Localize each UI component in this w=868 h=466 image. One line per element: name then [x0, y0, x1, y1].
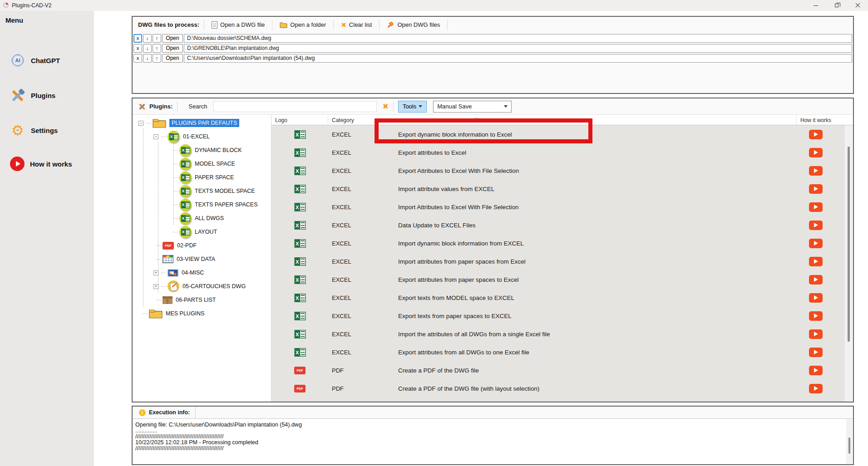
plugin-row-export-texts-from-paper-spaces-to-excel[interactable]: XEXCELExport texts from paper spaces to …: [271, 307, 844, 325]
minimize-button[interactable]: [805, 0, 826, 11]
tree-item-06-parts-list[interactable]: 06-PARTS LIST: [133, 293, 216, 307]
table-scrollbar[interactable]: [844, 125, 853, 402]
collapse-icon[interactable]: −: [138, 121, 143, 126]
open-folder-button[interactable]: Open a folder: [277, 20, 329, 30]
save-mode-dropdown[interactable]: Manual Save: [433, 101, 512, 113]
tree-item-01-excel[interactable]: −X01-EXCEL: [133, 130, 210, 143]
tree-item-03-view-data[interactable]: 03-VIEW DATA: [133, 252, 215, 266]
play-button[interactable]: [809, 184, 823, 194]
play-button[interactable]: [809, 293, 823, 303]
play-button[interactable]: [809, 239, 823, 248]
tree-item-label: TEXTS MODEL SPACE: [195, 188, 255, 194]
plugin-logo: X: [271, 294, 328, 301]
expand-icon[interactable]: +: [153, 270, 158, 275]
move-down-button[interactable]: ↓: [143, 54, 152, 63]
play-button[interactable]: [809, 348, 823, 357]
plugin-row-data-update-to-excel-files[interactable]: XEXCELData Update to EXCEL Files: [271, 216, 844, 234]
tree-item-05-cartouches-dwg[interactable]: +05-CARTOUCHES DWG: [133, 280, 246, 293]
pdf-icon: [294, 385, 306, 392]
tree-item-plugins-par-defauts[interactable]: −PLUGINS PAR DEFAUTS: [133, 116, 239, 130]
plugin-category: EXCEL: [328, 276, 378, 283]
tree-item-mes-plugins[interactable]: MES PLUGINS: [133, 307, 204, 320]
search-input[interactable]: [213, 101, 377, 112]
tools-button[interactable]: Tools: [398, 101, 427, 113]
execution-scrollbar-thumb[interactable]: [848, 437, 850, 454]
tree-item-04-misc[interactable]: +04-MISC: [133, 266, 204, 280]
move-up-button[interactable]: ↑: [153, 34, 161, 43]
move-down-button[interactable]: ↓: [143, 44, 152, 53]
collapse-icon[interactable]: −: [153, 134, 158, 139]
tree-item-texts-model-space[interactable]: XTEXTS MODEL SPACE: [133, 184, 255, 198]
remove-file-button[interactable]: x: [133, 44, 142, 53]
play-button[interactable]: [809, 257, 823, 266]
tree-item-02-pdf[interactable]: 02-PDF: [133, 239, 197, 252]
dwg-file-path: C:\Users\user\Downloads\Plan implantatio…: [184, 54, 852, 63]
restore-button[interactable]: [826, 0, 847, 11]
tree-item-model-space[interactable]: XMODEL SPACE: [133, 157, 235, 171]
play-button[interactable]: [809, 384, 823, 393]
plugin-row-export-attributes-to-excel-with-file-selection[interactable]: XEXCELExport Attributes to Excel With Fi…: [271, 162, 844, 180]
play-button[interactable]: [809, 148, 823, 157]
plugin-category: EXCEL: [328, 186, 378, 192]
plugin-name: Import attribute values from EXCEL: [378, 186, 788, 192]
move-down-button[interactable]: ↓: [143, 34, 152, 43]
plugin-row-import-the-attributes-of-all-dwgs-from-a-single-excel-file[interactable]: XEXCELImport the attributes of all DWGs …: [271, 325, 844, 343]
table-scrollbar-thumb[interactable]: [848, 147, 850, 342]
excel-icon: X: [294, 312, 306, 320]
plugin-row-export-attributes-to-excel[interactable]: XEXCELExport attributes to Excel: [271, 143, 844, 162]
tree-item-layout[interactable]: XLAYOUT: [133, 225, 217, 239]
move-up-button[interactable]: ↑: [153, 44, 161, 53]
sidebar-item-chatgpt[interactable]: AIChatGPT: [10, 53, 60, 68]
sidebar-item-how-it-works[interactable]: How it works: [10, 157, 72, 171]
clear-list-button[interactable]: ✖Clear list: [338, 20, 375, 30]
plugin-row-import-attribute-values-from-excel[interactable]: XEXCELImport attribute values from EXCEL: [271, 180, 844, 198]
close-button[interactable]: [847, 0, 868, 11]
plugin-row-print-the-dwg-into-multiple-pdfs[interactable]: PDFPrint the DWG into multiple PDFs: [271, 397, 844, 402]
plugin-row-create-a-pdf-of-the-dwg-file[interactable]: PDFCreate a PDF of the DWG file: [271, 361, 844, 379]
play-button[interactable]: [809, 130, 823, 139]
plugin-row-create-a-pdf-of-the-dwg-file-with-layout-selection[interactable]: PDFCreate a PDF of the DWG file (with la…: [271, 379, 844, 397]
plugin-row-import-attributes-to-excel-with-file-selection[interactable]: XEXCELImport Attributes to Excel With Fi…: [271, 198, 844, 216]
sidebar-item-plugins[interactable]: Plugins: [10, 88, 55, 103]
plugin-category: EXCEL: [328, 294, 378, 301]
tree-item-all-dwgs[interactable]: XALL DWGS: [133, 211, 224, 225]
dwg-files-label: DWG files to process:: [138, 21, 199, 28]
plugins-table: Logo Category Name How it works XEXCELEx…: [271, 115, 853, 402]
search-clear-icon[interactable]: ✖: [382, 102, 388, 111]
tree-item-dynamic-block[interactable]: XDYNAMIC BLOCK: [133, 143, 242, 157]
execution-scrollbar[interactable]: [846, 419, 853, 464]
tree-item-paper-space[interactable]: XPAPER SPACE: [133, 171, 234, 184]
tree-item-texts-paper-spaces[interactable]: XTEXTS PAPER SPACES: [133, 198, 257, 211]
open-file-button[interactable]: Open: [162, 54, 183, 63]
open-file-button[interactable]: Open: [162, 44, 183, 53]
plugin-name: Export attributes from paper spaces to E…: [378, 276, 788, 283]
chevron-down-icon: [419, 105, 422, 108]
misc-monitor-icon: [168, 269, 178, 277]
move-up-button[interactable]: ↑: [153, 54, 161, 63]
sidebar-item-settings[interactable]: ⚙Settings: [10, 123, 58, 138]
play-button[interactable]: [809, 329, 823, 339]
plugin-row-export-dynamic-block-information-to-excel[interactable]: XEXCELExport dynamic block information t…: [271, 125, 844, 143]
excel-icon: X: [294, 348, 306, 357]
excel-circle-icon: X: [168, 131, 180, 143]
play-button[interactable]: [809, 366, 823, 375]
remove-file-button[interactable]: x: [133, 54, 142, 63]
play-button[interactable]: [809, 311, 823, 321]
play-button[interactable]: [809, 221, 823, 230]
play-button[interactable]: [809, 275, 823, 285]
open-dwg-file-button[interactable]: Open a DWG file: [209, 20, 267, 30]
open-dwg-files-button[interactable]: Open DWG files: [384, 19, 443, 30]
remove-file-button[interactable]: x: [133, 34, 142, 43]
tree-connector: [173, 150, 178, 151]
expand-icon[interactable]: +: [153, 284, 158, 289]
log-line: ////////////////////////////////////////…: [135, 446, 846, 451]
plugin-row-import-dynamic-block-information-from-excel[interactable]: XEXCELImport dynamic block information f…: [271, 234, 844, 252]
play-button[interactable]: [809, 166, 823, 176]
excel-circle-icon: X: [179, 172, 192, 184]
play-button[interactable]: [809, 202, 823, 212]
open-file-button[interactable]: Open: [162, 34, 183, 43]
plugin-row-import-attributes-from-paper-spaces-from-excel[interactable]: XEXCELImport attributes from paper space…: [271, 252, 844, 270]
plugin-row-export-attributes-from-paper-spaces-to-excel[interactable]: XEXCELExport attributes from paper space…: [271, 270, 844, 289]
plugin-row-export-texts-from-model-space-to-excel[interactable]: XEXCELExport texts from MODEL space to E…: [271, 289, 844, 307]
plugin-row-export-attributes-from-all-dwgs-to-one-excel-file[interactable]: XEXCELExport attributes from all DWGs to…: [271, 343, 844, 361]
